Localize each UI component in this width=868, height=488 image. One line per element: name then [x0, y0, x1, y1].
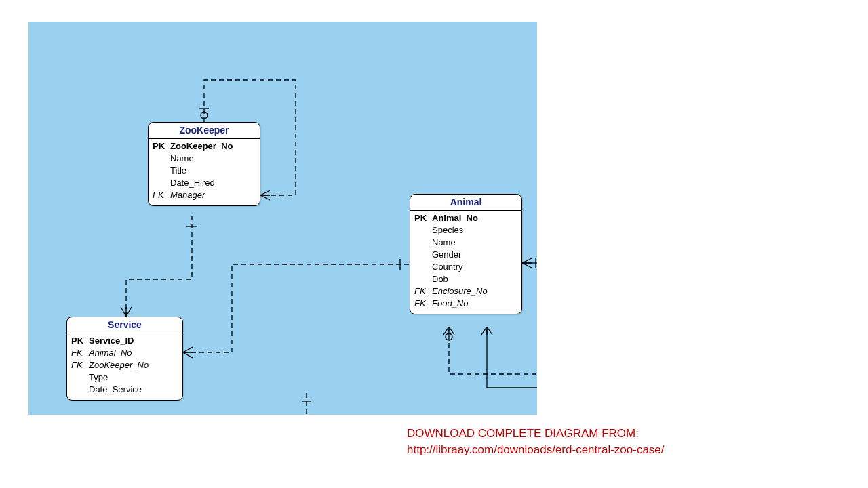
attr-key: FK [71, 347, 89, 359]
attr-key: PK [153, 140, 170, 152]
attr-name: Dob [432, 273, 448, 285]
attr-name: Service_ID [89, 335, 134, 347]
attr-key [153, 152, 170, 165]
entity-attr-row: FKZooKeeper_No [71, 359, 178, 371]
attr-key [71, 371, 89, 384]
entity-attr-row: Date_Service [71, 384, 178, 396]
attr-name: Enclosure_No [432, 285, 488, 298]
attr-name: Date_Service [89, 384, 142, 396]
attr-key [153, 177, 170, 189]
caption-line1: DOWNLOAD COMPLETE DIAGRAM FROM: [407, 427, 639, 440]
entity-attr-row: Dob [414, 273, 517, 285]
attr-name: ZooKeeper_No [89, 359, 149, 371]
entity-title: Service [67, 317, 182, 333]
entity-attr-row: Species [414, 224, 517, 237]
attr-name: Food_No [432, 298, 468, 310]
attr-key: PK [414, 212, 432, 224]
attr-key [414, 224, 432, 237]
attr-name: Name [432, 237, 456, 249]
svg-point-1 [446, 333, 452, 340]
attr-key [414, 273, 432, 285]
attr-name: Country [432, 261, 463, 273]
caption-link: http://libraay.com/downloads/erd-central… [407, 443, 665, 456]
entity-attr-row: Date_Hired [153, 177, 256, 189]
attr-key: FK [153, 189, 170, 201]
attr-key [414, 261, 432, 273]
entity-service: Service PKService_IDFKAnimal_NoFKZooKeep… [66, 317, 183, 401]
attr-name: Type [89, 371, 108, 384]
entity-attr-row: PKAnimal_No [414, 212, 517, 224]
entity-title: ZooKeeper [149, 123, 260, 139]
entity-attr-row: Name [414, 237, 517, 249]
entity-attrs: PKService_IDFKAnimal_NoFKZooKeeper_NoTyp… [67, 333, 182, 400]
entity-attr-row: PKService_ID [71, 335, 178, 347]
attr-name: Animal_No [89, 347, 132, 359]
attr-name: Name [170, 152, 194, 165]
attr-name: Gender [432, 249, 461, 261]
attr-key [414, 249, 432, 261]
attr-key: FK [414, 298, 432, 310]
entity-attr-row: PKZooKeeper_No [153, 140, 256, 152]
entity-title: Animal [410, 195, 521, 211]
entity-attrs: PKZooKeeper_NoNameTitleDate_HiredFKManag… [149, 139, 260, 205]
entity-attr-row: Title [153, 165, 256, 177]
attr-key [153, 165, 170, 177]
attr-key [414, 237, 432, 249]
entity-attr-row: Type [71, 371, 178, 384]
erd-canvas: ZooKeeper PKZooKeeper_NoNameTitleDate_Hi… [28, 22, 537, 415]
entity-attr-row: Gender [414, 249, 517, 261]
attr-name: Title [170, 165, 186, 177]
attr-name: Animal_No [432, 212, 478, 224]
attr-name: Manager [170, 189, 205, 201]
attr-name: Species [432, 224, 463, 237]
entity-zookeeper: ZooKeeper PKZooKeeper_NoNameTitleDate_Hi… [148, 122, 260, 206]
attr-key [71, 384, 89, 396]
entity-attr-row: FKFood_No [414, 298, 517, 310]
entity-attr-row: FKAnimal_No [71, 347, 178, 359]
attr-name: Date_Hired [170, 177, 215, 189]
entity-animal: Animal PKAnimal_NoSpeciesNameGenderCount… [410, 194, 522, 314]
attr-key: FK [71, 359, 89, 371]
attr-name: ZooKeeper_No [170, 140, 233, 152]
entity-attrs: PKAnimal_NoSpeciesNameGenderCountryDobFK… [410, 211, 521, 314]
download-caption: DOWNLOAD COMPLETE DIAGRAM FROM: http://l… [407, 426, 827, 458]
entity-attr-row: Country [414, 261, 517, 273]
entity-attr-row: Name [153, 152, 256, 165]
attr-key: FK [414, 285, 432, 298]
entity-attr-row: FKManager [153, 189, 256, 201]
entity-attr-row: FKEnclosure_No [414, 285, 517, 298]
svg-point-0 [201, 112, 208, 119]
attr-key: PK [71, 335, 89, 347]
